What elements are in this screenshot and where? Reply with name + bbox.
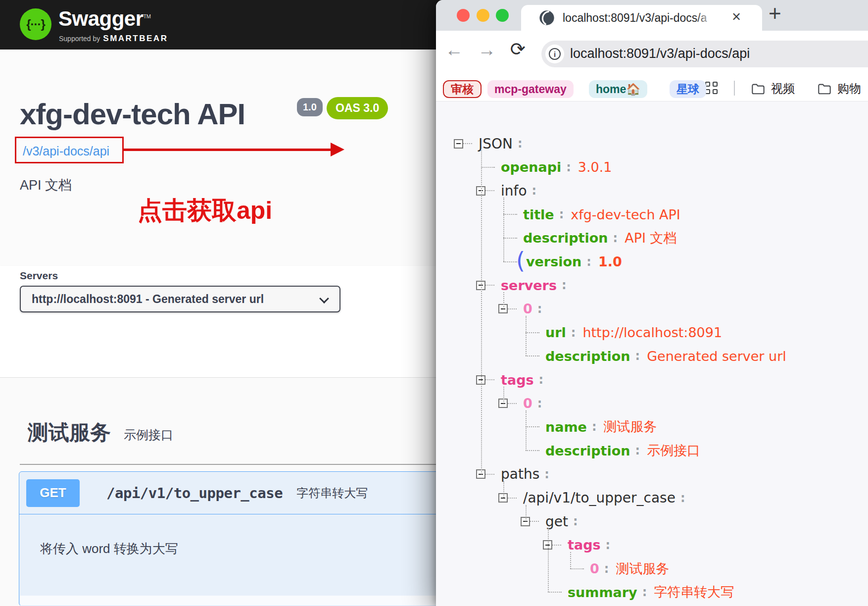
endpoint-description: 将传入 word 转换为大写 — [40, 540, 178, 557]
window-minimize-button[interactable] — [477, 9, 489, 22]
site-info-button[interactable]: i — [545, 45, 564, 63]
annotation-arrow-head — [331, 143, 344, 156]
bookmarks-bar: 审核mcp-gatewayhome🏠星球视频购物 — [436, 74, 868, 101]
json-key: summary — [568, 585, 637, 600]
browser-tab[interactable]: localhost:8091/v3/api-docs/a × — [521, 5, 762, 31]
bookmark-folder[interactable]: 视频 — [751, 80, 795, 97]
json-colon: : — [562, 278, 567, 292]
back-button[interactable]: ← — [445, 40, 463, 60]
api-description: API 文档 — [20, 176, 72, 194]
json-key: get — [545, 513, 568, 530]
json-key: tags — [568, 537, 601, 553]
tree-stub-line — [503, 261, 517, 262]
json-value: API 文档 — [625, 229, 676, 247]
forward-button[interactable]: → — [478, 40, 496, 60]
bookmark-pill[interactable]: 星球 — [670, 80, 706, 98]
server-select[interactable]: http://localhost:8091 - Generated server… — [20, 286, 340, 312]
json-key: JSON — [479, 136, 513, 152]
json-viewer: JSON:openapi:3.0.1info:title:xfg-dev-tec… — [436, 101, 868, 606]
tree-connector-line — [548, 528, 549, 592]
endpoint-path: /api/v1/to_upper_case — [106, 485, 283, 502]
json-colon: : — [586, 255, 591, 269]
bookmarks-divider — [734, 81, 735, 96]
apps-grid-icon[interactable] — [705, 82, 718, 95]
json-colon: : — [642, 585, 647, 599]
browser-toolbar: ← → ⟳ i localhost:8091/v3/api-docs/api — [436, 31, 868, 74]
json-key: version — [526, 254, 581, 269]
json-key: info — [501, 183, 527, 199]
json-tree-row: JSON: — [454, 132, 530, 155]
json-colon: : — [635, 349, 640, 363]
json-tree-row: 0: — [498, 297, 549, 321]
tree-stub-line — [503, 238, 517, 239]
tree-stub-line — [526, 426, 539, 427]
window-close-button[interactable] — [457, 9, 470, 22]
json-colon: : — [613, 231, 618, 245]
tree-connector-line — [503, 481, 504, 498]
json-key: 0 — [590, 561, 599, 576]
cursor-paren-artifact: ( — [516, 247, 525, 274]
tree-connector-line — [526, 316, 527, 356]
tree-stub-line — [526, 450, 539, 451]
json-colon: : — [537, 397, 542, 410]
json-colon: : — [573, 514, 578, 528]
tree-stub-line — [485, 190, 494, 191]
json-colon: : — [518, 137, 523, 151]
json-tree-row: description:Generated server url — [521, 344, 786, 368]
json-tree-row: /api/v1/to_upper_case: — [498, 486, 692, 510]
json-tree-row: title:xfg-dev-tech API — [498, 202, 680, 226]
tree-stub-line — [548, 592, 562, 593]
tree-stub-line — [530, 521, 539, 522]
json-tree-row: 0:测试服务 — [565, 557, 669, 581]
json-key: title — [523, 207, 554, 222]
supported-prefix: Supported by — [59, 35, 100, 43]
bookmark-folder-label: 视频 — [771, 81, 795, 97]
json-key: description — [523, 230, 608, 246]
json-colon: : — [606, 538, 611, 552]
json-key: url — [545, 325, 566, 340]
tab-close-icon[interactable]: × — [732, 8, 741, 26]
json-colon: : — [532, 184, 537, 198]
tree-stub-line — [508, 403, 517, 404]
json-value: http://localhost:8091 — [582, 325, 722, 340]
tab-title-fade — [696, 10, 722, 27]
json-value: 字符串转大写 — [654, 583, 734, 601]
json-tree-row: get: — [521, 509, 585, 533]
tree-stub-line — [570, 568, 584, 569]
collapse-toggle[interactable] — [454, 139, 463, 149]
new-tab-button[interactable]: + — [769, 1, 781, 26]
json-colon: : — [571, 326, 576, 340]
address-bar[interactable]: i localhost:8091/v3/api-docs/api — [541, 41, 868, 67]
json-value: 3.0.1 — [578, 159, 612, 175]
json-key: 0 — [523, 396, 532, 411]
bookmark-pill[interactable]: mcp-gateway — [487, 80, 574, 98]
json-tree-row: name:测试服务 — [521, 415, 657, 439]
bookmark-pill[interactable]: 审核 — [443, 80, 482, 98]
tag-section-title[interactable]: 测试服务 — [28, 419, 111, 447]
tree-connector-line — [503, 387, 504, 404]
servers-label: Servers — [20, 270, 58, 282]
spec-link[interactable]: /v3/api-docs/api — [23, 144, 109, 158]
bookmark-folder[interactable]: 购物 — [818, 80, 861, 97]
json-tree-row: 0: — [498, 392, 549, 415]
chevron-down-icon — [319, 294, 329, 303]
bookmark-pill[interactable]: home🏠 — [589, 80, 647, 98]
json-colon: : — [537, 302, 542, 316]
globe-favicon-icon — [539, 10, 555, 26]
swagger-brand: SwaggerTM — [58, 7, 150, 31]
tree-stub-line — [526, 355, 539, 356]
json-tree-row: summary:字符串转大写 — [543, 580, 734, 604]
tree-connector-line — [481, 151, 482, 474]
json-key: tags — [501, 372, 534, 388]
json-colon: : — [559, 207, 564, 221]
json-tree-row: paths: — [476, 462, 556, 486]
json-key: servers — [501, 278, 557, 293]
method-badge: GET — [26, 479, 80, 507]
json-tree-row: description:API 文档 — [498, 226, 676, 250]
tree-stub-line — [481, 167, 495, 168]
reload-button[interactable]: ⟳ — [510, 39, 526, 60]
tree-stub-line — [463, 143, 472, 144]
window-zoom-button[interactable] — [496, 9, 509, 22]
json-colon: : — [592, 420, 597, 434]
json-tree-row: (version:1.0 — [498, 250, 622, 274]
